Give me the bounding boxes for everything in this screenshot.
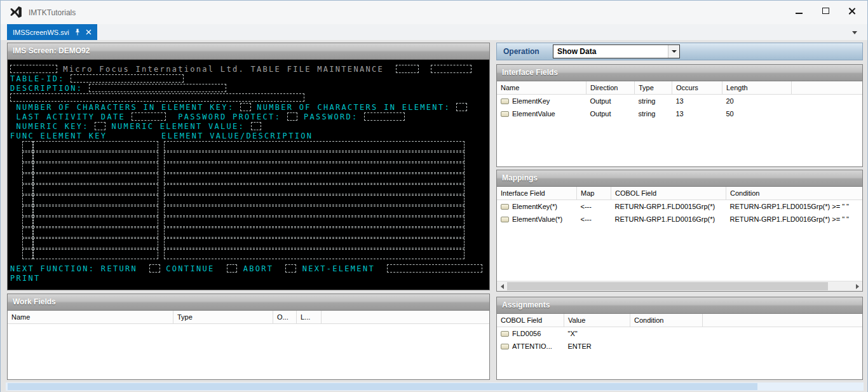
column-header[interactable]: Condition	[630, 314, 703, 327]
screen-input-field[interactable]	[287, 112, 298, 121]
table-cell[interactable]: 13	[672, 95, 722, 108]
tab-imsscreenws[interactable]: IMSScreenWS.svi	[7, 24, 97, 40]
screen-input-field[interactable]	[71, 74, 184, 83]
table-cell[interactable]: ElementValue(*)	[497, 213, 577, 226]
screen-input-field[interactable]	[149, 264, 160, 273]
screen-input-field[interactable]	[164, 163, 465, 173]
table-row[interactable]: ElementKeyOutputstring1320	[497, 95, 862, 108]
screen-input-field[interactable]	[10, 65, 57, 73]
table-cell[interactable]	[630, 327, 703, 341]
tab-list-dropdown-icon[interactable]	[852, 31, 857, 34]
operation-dropdown[interactable]: Show Data	[553, 44, 680, 58]
column-header[interactable]: Occurs	[672, 81, 722, 95]
screen-input-field[interactable]	[164, 249, 465, 259]
table-cell[interactable]: ElementKey	[497, 95, 587, 108]
pin-icon[interactable]	[74, 29, 81, 36]
ims-terminal-screen[interactable]: Micro Focus International Ltd. TABLE FIL…	[8, 60, 489, 290]
table-row[interactable]: ElementValue(*)<---RETURN-GRP1.FLD0016Gr…	[497, 213, 862, 226]
screen-input-field[interactable]	[33, 173, 158, 184]
scrollbar-track[interactable]	[507, 281, 852, 291]
table-cell[interactable]: ElementValue	[497, 107, 587, 120]
table-cell[interactable]: ATTENTIO...	[497, 340, 564, 353]
column-header[interactable]: O...	[273, 311, 297, 324]
screen-input-field[interactable]	[22, 184, 33, 194]
table-cell[interactable]: RETURN-GRP1.FLD0015Grp(*)	[611, 200, 726, 213]
tab-close-icon[interactable]	[86, 29, 92, 35]
screen-input-field[interactable]	[387, 264, 482, 273]
screen-input-field[interactable]	[164, 195, 465, 205]
table-cell[interactable]: Output	[587, 95, 635, 108]
screen-input-field[interactable]	[164, 206, 465, 216]
table-cell[interactable]	[630, 340, 703, 353]
screen-input-field[interactable]	[33, 184, 158, 194]
table-cell[interactable]: ElementKey(*)	[497, 200, 577, 213]
screen-input-field[interactable]	[22, 141, 33, 151]
screen-input-field[interactable]	[10, 93, 304, 102]
maximize-button[interactable]	[815, 3, 836, 18]
screen-input-field[interactable]	[132, 112, 166, 121]
column-header[interactable]: Direction	[587, 81, 635, 95]
minimize-button[interactable]	[789, 3, 809, 18]
screen-input-field[interactable]	[22, 238, 33, 248]
screen-input-field[interactable]	[33, 227, 158, 238]
table-cell[interactable]: 50	[722, 107, 792, 120]
table-cell[interactable]: string	[635, 95, 672, 108]
scrollbar-thumb[interactable]	[507, 282, 828, 290]
screen-input-field[interactable]	[33, 249, 158, 259]
column-header[interactable]: L...	[297, 311, 322, 324]
screen-input-field[interactable]	[240, 103, 251, 111]
screen-input-field[interactable]	[33, 152, 158, 162]
mappings-horizontal-scrollbar[interactable]	[497, 281, 862, 291]
column-header[interactable]: Condition	[726, 187, 863, 200]
operation-dropdown-button[interactable]	[668, 45, 679, 58]
table-cell[interactable]: RETURN-GRP1.FLD0015Grp(*) >= " "	[726, 200, 863, 213]
screen-input-field[interactable]	[22, 173, 33, 184]
screen-input-field[interactable]	[33, 206, 158, 216]
table-cell[interactable]: string	[635, 107, 672, 120]
screen-input-field[interactable]	[22, 249, 33, 259]
table-cell[interactable]: "X"	[564, 327, 630, 341]
table-row[interactable]: ElementValueOutputstring1350	[497, 107, 862, 120]
screen-input-field[interactable]	[33, 195, 158, 205]
column-header[interactable]: Name	[497, 81, 587, 95]
table-cell[interactable]: FLD0056	[497, 327, 564, 341]
table-row[interactable]: ATTENTIO...ENTER	[497, 340, 862, 353]
screen-input-field[interactable]	[164, 227, 465, 238]
screen-input-field[interactable]	[22, 195, 33, 205]
screen-input-field[interactable]	[164, 217, 465, 227]
screen-input-field[interactable]	[431, 65, 471, 73]
screen-input-field[interactable]	[22, 206, 33, 216]
column-header[interactable]: Interface Field	[497, 187, 577, 200]
table-row[interactable]: FLD0056"X"	[497, 327, 862, 341]
table-cell[interactable]: 20	[722, 95, 792, 108]
screen-input-field[interactable]	[33, 141, 158, 151]
screen-input-field[interactable]	[33, 238, 158, 248]
screen-input-field[interactable]	[364, 112, 405, 121]
screen-input-field[interactable]	[227, 264, 238, 273]
screen-input-field[interactable]	[251, 122, 262, 130]
screen-input-field[interactable]	[89, 84, 226, 92]
table-cell[interactable]: <---	[577, 200, 611, 213]
screen-input-field[interactable]	[95, 122, 105, 130]
column-header[interactable]: Type	[173, 311, 273, 324]
screen-input-field[interactable]	[22, 227, 33, 238]
screen-input-field[interactable]	[456, 103, 467, 111]
screen-input-field[interactable]	[22, 152, 33, 162]
screen-input-field[interactable]	[396, 65, 419, 73]
screen-input-field[interactable]	[164, 184, 465, 194]
table-cell[interactable]: <---	[577, 213, 611, 226]
column-header[interactable]: COBOL Field	[611, 187, 726, 200]
screen-input-field[interactable]	[285, 264, 296, 273]
table-row[interactable]: ElementKey(*)<---RETURN-GRP1.FLD0015Grp(…	[497, 200, 862, 213]
screen-input-field[interactable]	[164, 141, 465, 151]
screen-input-field[interactable]	[22, 163, 33, 173]
scroll-left-button[interactable]	[497, 281, 507, 291]
screen-input-field[interactable]	[164, 152, 465, 162]
table-cell[interactable]: ENTER	[564, 340, 630, 353]
table-cell[interactable]: 13	[672, 107, 722, 120]
column-header[interactable]: Type	[635, 81, 672, 95]
screen-input-field[interactable]	[33, 217, 158, 227]
close-button[interactable]	[842, 3, 862, 18]
screen-input-field[interactable]	[164, 173, 465, 184]
scrollbar-thumb[interactable]	[8, 383, 757, 390]
